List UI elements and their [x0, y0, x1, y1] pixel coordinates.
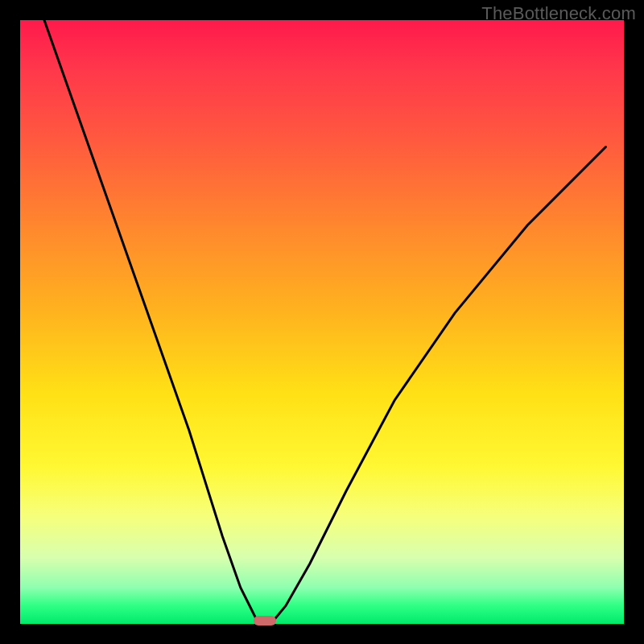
- curve-right-branch: [270, 147, 605, 625]
- chart-container: TheBottleneck.com: [0, 0, 644, 644]
- curve-left-branch: [44, 20, 258, 624]
- curve-svg: [20, 20, 624, 624]
- minimum-marker: [254, 616, 276, 625]
- plot-area: [20, 20, 624, 624]
